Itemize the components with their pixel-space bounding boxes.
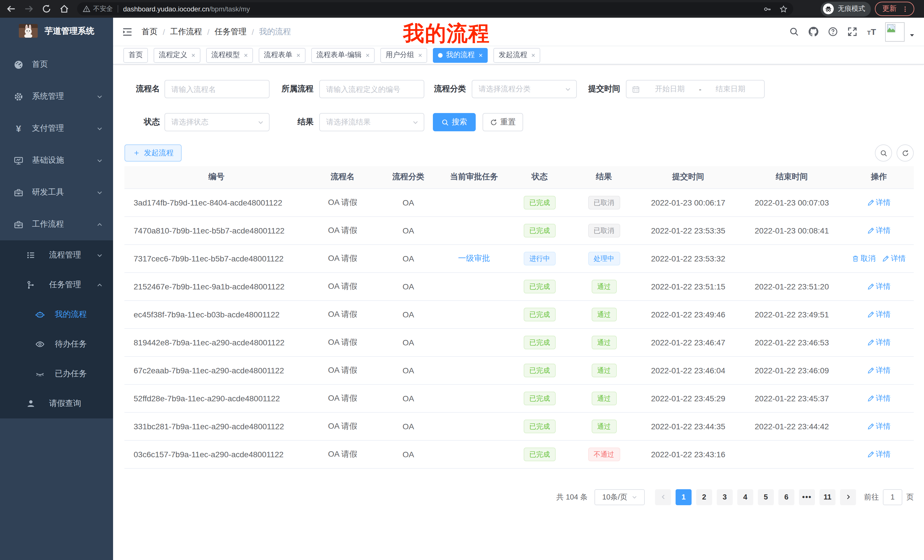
- browser-menu-kebab-icon[interactable]: [902, 5, 909, 12]
- process-name-input[interactable]: [165, 80, 270, 98]
- status-select[interactable]: 请选择状态: [165, 113, 270, 131]
- sidebar-item-home[interactable]: 首页: [0, 48, 113, 81]
- search-button[interactable]: 搜索: [433, 113, 476, 131]
- font-size-icon[interactable]: TT: [867, 27, 876, 36]
- browser-update-button[interactable]: 更新: [875, 2, 914, 16]
- tab-process-form[interactable]: 流程表单×: [259, 48, 306, 63]
- show-search-toggle-button[interactable]: [875, 144, 892, 162]
- breadcrumb-home[interactable]: 首页: [142, 27, 158, 37]
- browser-back-icon[interactable]: [6, 4, 16, 14]
- sidebar-item-system[interactable]: 系统管理: [0, 81, 113, 112]
- result-select[interactable]: 请选择流结果: [319, 113, 424, 131]
- tab-close-icon[interactable]: ×: [479, 52, 483, 58]
- page-button-2[interactable]: 2: [696, 489, 712, 505]
- goto-page-input[interactable]: [883, 489, 902, 505]
- detail-link[interactable]: 详情: [867, 281, 891, 291]
- prev-page-button[interactable]: [655, 489, 671, 505]
- page-ellipsis[interactable]: •••: [799, 489, 815, 505]
- header-search-icon[interactable]: [789, 27, 799, 36]
- password-key-icon[interactable]: [764, 5, 771, 13]
- avatar-caret-icon[interactable]: [909, 32, 915, 38]
- cell-result: 处理中: [571, 244, 637, 272]
- detail-link[interactable]: 详情: [867, 365, 891, 375]
- tab-close-icon[interactable]: ×: [244, 52, 248, 58]
- tab-process-definition[interactable]: 流程定义×: [154, 48, 201, 63]
- browser-forward-icon[interactable]: [24, 4, 34, 14]
- tab-close-icon[interactable]: ×: [418, 52, 422, 58]
- status-badge: 已完成: [524, 419, 556, 433]
- end-date-placeholder[interactable]: 结束日期: [702, 84, 758, 94]
- sidebar-item-workflow[interactable]: 工作流程: [0, 208, 113, 240]
- page-button-3[interactable]: 3: [717, 489, 733, 505]
- cell-current-task: [440, 189, 508, 216]
- page-button-11[interactable]: 11: [819, 489, 836, 505]
- detail-link[interactable]: 详情: [867, 337, 891, 347]
- bookmark-star-icon[interactable]: [780, 5, 788, 13]
- column-header-result: 结果: [571, 166, 637, 189]
- submit-time-range-picker[interactable]: 开始日期 - 结束日期: [626, 80, 765, 98]
- refresh-table-button[interactable]: [897, 144, 914, 162]
- page-button-4[interactable]: 4: [737, 489, 753, 505]
- page-size-select[interactable]: 10条/页: [594, 489, 645, 505]
- page-url[interactable]: dashboard.yudao.iocoder.cn/bpm/task/my: [123, 5, 250, 13]
- detail-link[interactable]: 详情: [867, 309, 891, 319]
- cell-name: OA 请假: [308, 216, 377, 244]
- process-category-select[interactable]: 请选择流程分类: [472, 80, 577, 98]
- breadcrumb-workflow[interactable]: 工作流程: [170, 27, 202, 37]
- security-label[interactable]: 不安全: [93, 4, 113, 13]
- sidebar-toggle-icon[interactable]: [122, 27, 132, 37]
- help-icon[interactable]: [828, 27, 838, 36]
- sidebar-item-label: 系统管理: [32, 91, 64, 102]
- next-page-button[interactable]: [840, 489, 856, 505]
- breadcrumb-task-management[interactable]: 任务管理: [215, 27, 247, 37]
- tab-close-icon[interactable]: ×: [531, 52, 536, 58]
- chevron-down-icon: [96, 157, 103, 163]
- avatar[interactable]: [885, 22, 904, 41]
- reset-button[interactable]: 重置: [483, 113, 523, 131]
- tab-process-model[interactable]: 流程模型×: [206, 48, 253, 63]
- page-button-6[interactable]: 6: [778, 489, 794, 505]
- tab-home[interactable]: 首页: [123, 48, 148, 63]
- tab-close-icon[interactable]: ×: [296, 52, 300, 58]
- tab-my-processes[interactable]: 我的流程×: [433, 48, 488, 63]
- detail-link[interactable]: 详情: [882, 253, 906, 264]
- page-button-5[interactable]: 5: [758, 489, 774, 505]
- sidebar-item-process-management[interactable]: 流程管理: [0, 240, 113, 270]
- browser-home-icon[interactable]: [59, 4, 69, 14]
- sidebar-item-payment[interactable]: ¥ 支付管理: [0, 112, 113, 144]
- detail-label: 详情: [876, 197, 891, 208]
- fullscreen-icon[interactable]: [848, 27, 858, 36]
- address-bar[interactable]: 不安全 dashboard.yudao.iocoder.cn/bpm/task/…: [77, 2, 793, 15]
- detail-link[interactable]: 详情: [867, 421, 891, 431]
- column-header-end-time: 结束时间: [740, 166, 844, 189]
- sidebar-item-todo-tasks[interactable]: 待办任务: [0, 329, 113, 359]
- sidebar-item-my-processes[interactable]: 我的流程: [0, 300, 113, 329]
- detail-label: 详情: [876, 309, 891, 319]
- cell-result: 不通过: [571, 440, 637, 468]
- sidebar-item-task-management[interactable]: 任务管理: [0, 270, 113, 300]
- tab-process-form-edit[interactable]: 流程表单-编辑×: [311, 48, 375, 63]
- detail-label: 详情: [876, 449, 891, 459]
- sidebar-item-leave-query[interactable]: 请假查询: [0, 389, 113, 418]
- detail-link[interactable]: 详情: [867, 197, 891, 208]
- tab-start-process[interactable]: 发起流程×: [494, 48, 540, 63]
- current-task-link[interactable]: 一级审批: [458, 253, 490, 262]
- select-placeholder: 请选择状态: [171, 117, 258, 127]
- browser-reload-icon[interactable]: [42, 4, 51, 14]
- tab-close-icon[interactable]: ×: [191, 52, 195, 58]
- tab-close-icon[interactable]: ×: [366, 52, 369, 58]
- process-definition-input[interactable]: [319, 80, 424, 98]
- detail-link[interactable]: 详情: [867, 393, 891, 403]
- github-icon[interactable]: [809, 27, 819, 36]
- sidebar-item-devtools[interactable]: 研发工具: [0, 177, 113, 208]
- detail-link[interactable]: 详情: [867, 449, 891, 459]
- start-date-placeholder[interactable]: 开始日期: [642, 84, 698, 94]
- page-button-1[interactable]: 1: [676, 489, 692, 505]
- start-process-button[interactable]: ＋ 发起流程: [124, 144, 182, 162]
- not-secure-warning-icon[interactable]: [83, 5, 90, 13]
- sidebar-item-done-tasks[interactable]: 已办任务: [0, 359, 113, 389]
- sidebar-item-infrastructure[interactable]: 基础设施: [0, 144, 113, 177]
- cancel-link[interactable]: 取消: [852, 253, 876, 264]
- tab-user-group[interactable]: 用户分组×: [380, 48, 427, 63]
- detail-link[interactable]: 详情: [867, 225, 891, 235]
